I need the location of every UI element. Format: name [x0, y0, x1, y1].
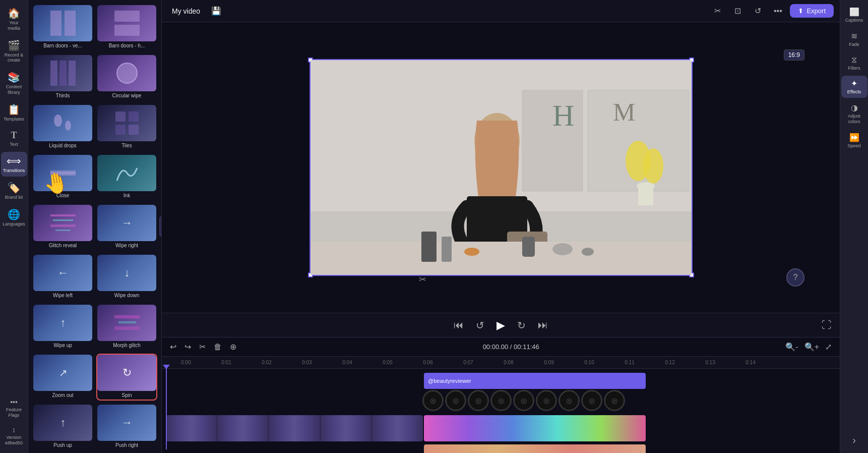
- svg-point-7: [117, 63, 137, 83]
- thumb-wipe-right: →: [97, 205, 156, 241]
- thumb-tiles: [97, 105, 156, 141]
- sidebar-item-content-library[interactable]: 📚 Content library: [1, 68, 27, 98]
- transition-card-wipe-up[interactable]: ↑ Wipe up: [32, 304, 93, 351]
- project-title[interactable]: My video: [168, 5, 204, 17]
- transition-card-ink[interactable]: Ink: [96, 154, 157, 201]
- undo-icon[interactable]: ↺: [750, 3, 766, 19]
- svg-rect-11: [129, 111, 139, 122]
- transition-card-push-up[interactable]: ↑ Push up: [32, 404, 93, 450]
- ruler-mark-5: 0:05: [367, 360, 408, 365]
- label-wipe-right: Wipe right: [97, 241, 156, 250]
- more-options-icon[interactable]: •••: [770, 3, 786, 19]
- sidebar-item-fade[interactable]: ≋ Fade: [841, 28, 867, 50]
- text-track-bar[interactable]: @beautyreviewer: [424, 373, 646, 389]
- sidebar-item-version[interactable]: ↕ Version e8bed50: [1, 423, 27, 449]
- transition-card-zoom-out[interactable]: ↗ Zoom out: [32, 354, 93, 401]
- left-sidebar: 🏠 Your media 🎬 Record & create 📚 Content…: [0, 0, 28, 453]
- collapse-right-button[interactable]: ›: [841, 431, 867, 449]
- circle-2: ◎: [445, 390, 466, 411]
- sidebar-item-captions[interactable]: ⬜ Captions: [841, 4, 867, 26]
- sidebar-item-your-media[interactable]: 🏠 Your media: [1, 4, 27, 34]
- transition-card-glitch-reveal[interactable]: Glitch reveal: [32, 204, 93, 251]
- sidebar-label-effects: Effects: [847, 89, 861, 95]
- forward-button[interactable]: ↻: [515, 317, 528, 333]
- undo-timeline-button[interactable]: ↩: [168, 340, 178, 354]
- resize-icon[interactable]: ⊡: [729, 3, 746, 19]
- save-icon[interactable]: 💾: [208, 3, 224, 19]
- sidebar-item-adjust-colors[interactable]: ◑ Adjust colors: [841, 100, 867, 128]
- zoom-out-button[interactable]: 🔍-: [783, 340, 800, 354]
- transition-card-barn-doors-ve[interactable]: Barn doors - ve...: [32, 4, 93, 51]
- adjust-colors-icon: ◑: [851, 103, 858, 112]
- text-icon: T: [11, 130, 17, 141]
- timeline-tracks[interactable]: 0:00 0:01 0:02 0:03 0:04 0:05 0:06 0:07 …: [162, 357, 840, 453]
- playhead[interactable]: [166, 369, 167, 449]
- skip-forward-button[interactable]: ⏭: [536, 317, 550, 333]
- emoji-track[interactable]: ◎ ◎ ◎ ◎ ◎ ◎ ◎ ◎ ◎: [422, 390, 625, 411]
- svg-rect-24: [114, 315, 140, 318]
- sidebar-item-record-create[interactable]: 🎬 Record & create: [1, 36, 27, 67]
- sidebar-item-feature-flags[interactable]: ••• Feature Flags: [1, 395, 27, 421]
- play-button[interactable]: ▶: [494, 317, 507, 334]
- help-button[interactable]: ?: [786, 268, 804, 287]
- sidebar-label-adjust-colors: Adjust colors: [843, 114, 865, 125]
- sidebar-item-templates[interactable]: 📋 Templates: [1, 100, 27, 125]
- fullscreen-button[interactable]: ⛶: [820, 317, 834, 333]
- export-button[interactable]: ⬆ Export: [790, 4, 834, 18]
- svg-rect-13: [129, 125, 139, 135]
- ruler-mark-3: 0:03: [287, 360, 327, 365]
- sidebar-item-filters[interactable]: ⧖ Filters: [841, 52, 867, 74]
- captions-icon: ⬜: [849, 7, 859, 17]
- transition-card-liquid-drops[interactable]: Liquid drops: [32, 104, 93, 151]
- circle-5: ◎: [513, 390, 534, 411]
- svg-point-9: [65, 121, 71, 131]
- trim-icon[interactable]: ✂: [419, 274, 426, 285]
- thumb-circular-wipe: [97, 55, 156, 91]
- crop-icon[interactable]: ✂: [709, 3, 725, 19]
- sidebar-item-effects[interactable]: ✦ Effects: [841, 76, 867, 98]
- svg-rect-2: [114, 11, 140, 22]
- redo-timeline-button[interactable]: ↪: [182, 340, 193, 354]
- sidebar-item-brand-kit[interactable]: 🏷️ Brand kit: [1, 179, 27, 203]
- transition-card-wipe-left[interactable]: ← Wipe left: [32, 254, 93, 301]
- sidebar-item-speed[interactable]: ⏩ Speed: [841, 130, 867, 152]
- sidebar-item-text[interactable]: T Text: [1, 127, 27, 150]
- thumb-morph-glitch: [97, 305, 156, 341]
- circle-7: ◎: [559, 390, 580, 411]
- add-media-button[interactable]: ⊕: [228, 340, 238, 354]
- scissors-button[interactable]: ✂: [197, 340, 208, 354]
- feature-flags-icon: •••: [10, 398, 18, 406]
- sidebar-item-transitions[interactable]: ⟺ Transitions: [1, 152, 27, 177]
- main-area: My video 💾 ✂ ⊡ ↺ ••• ⬆ Export 16:9: [162, 0, 840, 453]
- rewind-button[interactable]: ↺: [474, 317, 486, 333]
- transition-card-close[interactable]: Close: [32, 154, 93, 201]
- your-media-icon: 🏠: [8, 7, 20, 19]
- transition-card-barn-doors-h[interactable]: Barn doors - h...: [96, 4, 157, 51]
- sidebar-item-languages[interactable]: 🌐 Languages: [1, 205, 27, 230]
- current-time: 00:00.00: [483, 343, 509, 351]
- svg-rect-18: [50, 224, 76, 227]
- thumb-zoom-out: ↗: [33, 355, 92, 391]
- fit-timeline-button[interactable]: ⤢: [823, 340, 834, 354]
- svg-rect-5: [59, 61, 67, 86]
- transition-card-thirds[interactable]: Thirds: [32, 54, 93, 101]
- skip-back-button[interactable]: ⏮: [452, 317, 466, 333]
- transition-card-circular-wipe[interactable]: Circular wipe: [96, 54, 157, 101]
- transition-card-morph-glitch[interactable]: Morph glitch: [96, 304, 157, 351]
- timeline-ruler: 0:00 0:01 0:02 0:03 0:04 0:05 0:06 0:07 …: [162, 357, 840, 369]
- transition-card-wipe-down[interactable]: ↓ Wipe down: [96, 254, 157, 301]
- main-video-strip[interactable]: [166, 415, 423, 441]
- peach-bar[interactable]: [424, 444, 646, 453]
- transition-card-wipe-right[interactable]: → Wipe right: [96, 204, 157, 251]
- ruler-mark-13: 0:13: [690, 360, 730, 365]
- transition-card-tiles[interactable]: Tiles: [96, 104, 157, 151]
- transition-card-push-right[interactable]: → Push right: [96, 404, 157, 450]
- holographic-bar[interactable]: [424, 415, 646, 441]
- chevron-left-icon: ›: [852, 434, 856, 446]
- transition-card-spin[interactable]: ↻ Spin: [96, 354, 157, 401]
- circle-8: ◎: [581, 390, 602, 411]
- svg-rect-4: [50, 61, 57, 86]
- zoom-in-button[interactable]: 🔍+: [802, 340, 821, 354]
- sidebar-label-version: Version e8bed50: [3, 435, 25, 446]
- delete-button[interactable]: 🗑: [212, 341, 224, 354]
